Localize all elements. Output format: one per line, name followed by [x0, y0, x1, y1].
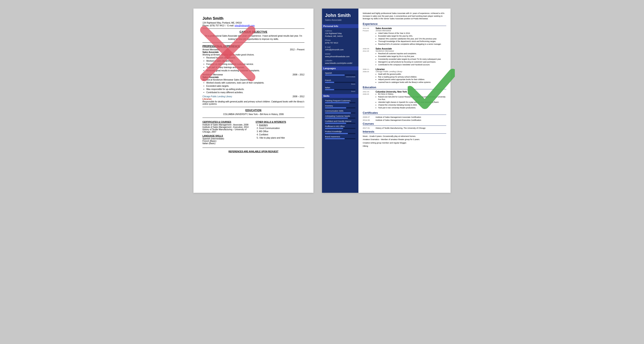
cert-3: History of Textile Manufacturing – Unive… [202, 128, 251, 133]
final-divider [202, 148, 304, 148]
references: REFERENCES ARE AVAILABLE UPON REQUEST [202, 150, 304, 153]
cert-1: Institute of Sales Management - Associat… [202, 124, 251, 126]
skill-brand-awareness: Brand Awareness [325, 136, 356, 139]
lang-2: French (Basic) [202, 140, 251, 142]
interest-1: Music - Grade 8 piano. Occasionally play… [363, 135, 446, 138]
phone-value: (678) 757 9413 [325, 42, 356, 44]
education-title: Education [363, 86, 446, 89]
email-value: John@johnsmith.com [325, 48, 356, 51]
phone-label: Phone [325, 39, 356, 41]
education-text: COLUMBIA UNIVERSITY, New York – BA Hons … [202, 113, 304, 116]
skill-anticipating: Anticipating Customer Needs [325, 115, 356, 119]
skill-confident: Confident and Friendly Manner [325, 120, 356, 124]
experience-title: Experience [363, 22, 446, 26]
career-objective-title: CAREER OBJECTIVE [202, 30, 304, 34]
other-skills-title: OTHER SKILLS & INTERESTS [256, 121, 304, 123]
job-title-2: Sales Associate [202, 76, 304, 78]
skill-communication: Communication Skills [325, 110, 356, 114]
job-dates-3: 2008 – 2012 [292, 95, 304, 98]
email-label: E-mail [325, 46, 356, 48]
linkedin-label: LinkedIn [325, 60, 356, 62]
left-address: 134 Rightward Way, Portland, ME, 04019 [202, 22, 304, 24]
certs-title: CERTIFICATES & COURSES [202, 121, 251, 123]
interest-2: Amateur Dramatics - Member of amateur th… [363, 138, 446, 141]
professional-experience-title: PROFESSIONAL EXPERIENCE [202, 45, 304, 48]
top-divider [202, 28, 304, 29]
skill-tracking: Tracking Frequent Customers [325, 100, 356, 103]
right-resume: John Smith Sales Associate Personal Info… [322, 8, 450, 193]
skill-msoffice: Profficient in MS Office [325, 125, 356, 129]
lang-spanish: Spanish Intermediate [325, 72, 356, 78]
skills-title: Skills [322, 94, 358, 98]
www-label: WWW [325, 53, 356, 55]
career-objective-text: I'm a professional Sales Associate with … [202, 34, 304, 41]
left-email-link[interactable]: john@johnsmith.com [234, 24, 255, 27]
interest-4: Hiking [363, 145, 446, 148]
job-bullets-1: Received honours and awards. Worked in s… [202, 56, 304, 72]
job-subtitle-1: Working at Armani, helping clients make … [202, 54, 304, 56]
cert-2: Institute of Sales Management - Executiv… [202, 126, 251, 128]
exp-entry-3: 2006-11 -2008-04 Librarian Chicago Publi… [363, 68, 446, 84]
interest-3: Creative writing group member and regula… [363, 142, 446, 144]
skill-1: Inventory [259, 124, 304, 126]
lang-title: LANGUAGE SKILLS [202, 135, 251, 137]
right-summary: Motivated and highly professional Sales … [363, 12, 446, 20]
skill-3: MS Office [259, 130, 304, 133]
certs-col: CERTIFICATES & COURSES Institute of Sale… [202, 120, 251, 144]
right-main-content: Motivated and highly professional Sales … [358, 8, 450, 193]
lang-french: French Basic [325, 79, 356, 85]
www-value: www.johnsmithswebsite.com [325, 55, 356, 58]
bottom-divider [202, 118, 304, 118]
skill-2: Good Communication [259, 127, 304, 130]
section-divider [202, 42, 304, 43]
job-subtitle-2: Worked at Nordstrom Menswear Sales Depar… [202, 78, 304, 81]
courses-title: Courses [363, 122, 446, 126]
job-header-3: Chicago Public Lending Library 2008 – 20… [202, 95, 304, 98]
interests-title: Interests [363, 130, 446, 134]
skill-inventory: Inventory [325, 105, 356, 108]
other-skills-list: Inventory Good Communication MS Office C… [256, 124, 304, 140]
job-header-2: Nordstrom Menswear 2008 – 2012 [202, 74, 304, 76]
left-resume: John Smith 134 Rightward Way, Portland, … [194, 8, 314, 193]
job-company-1: Armani Menswear [202, 48, 220, 51]
certificates-title: Certificates [363, 111, 446, 115]
two-col-section: CERTIFICATES & COURSES Institute of Sale… [202, 120, 304, 144]
left-name: John Smith [202, 16, 304, 21]
languages-title: Languages [322, 66, 358, 70]
job-dates-2: 2008 – 2012 [292, 74, 304, 76]
job-company-2: Nordstrom Menswear [202, 74, 223, 76]
job-company-3: Chicago Public Lending Library [202, 95, 232, 98]
job-title-1: Sales Associate [202, 51, 304, 53]
left-phone: Phone: (678) 757 9413 / E-mail: john@joh… [202, 24, 304, 27]
job-title-3: Librarian [202, 98, 304, 100]
course-entry-1: 2017-01 History of Textile Manufacturing… [363, 127, 446, 129]
lang-1: Spanish (Intermediate) [202, 138, 251, 140]
skill-product-knowledge: Product Knowledge [325, 130, 356, 134]
other-skills-col: OTHER SKILLS & INTERESTS Inventory Good … [256, 120, 304, 144]
job-subtitle-3: Responsible for dealing with general pub… [202, 100, 304, 105]
job-header-1: Armani Menswear 2012 – Present [202, 48, 304, 51]
right-job-title: Sales Associate [325, 19, 356, 21]
address-value: 134 Rightward WayPortland, ME, 04019 [325, 32, 356, 38]
exp-entry-2: 2008-06 -2012-05 Sales Associate Nordstr… [363, 48, 446, 66]
address-label: Address [325, 30, 356, 32]
skill-4: Confident [259, 133, 304, 136]
edu-entry-1: 2002-09 -2006-05 Columbia University, Ne… [363, 90, 446, 109]
right-sidebar: John Smith Sales Associate Personal Info… [322, 8, 358, 193]
job-bullets-2: Worked closely with customers, took care… [202, 82, 304, 94]
cert-entry-1: 2008-07 Institute of Sales Management As… [363, 116, 446, 118]
right-name: John Smith [325, 13, 356, 18]
cert-entry-2: 2014-06 Institute of Sales Management Ex… [363, 119, 446, 121]
personal-info-title: Personal Info [322, 24, 358, 28]
lang-3: Italian (Basic) [202, 142, 251, 144]
lang-italian: Italian Basic [325, 86, 356, 92]
skill-5: I like to play piano and hike [259, 136, 304, 140]
job-dates-1: 2012 – Present [290, 48, 304, 51]
linkedin-value: www.linkedin.com/in/john-smith/ [325, 62, 356, 65]
education-title: EDUCATION [202, 109, 304, 112]
exp-entry-1: 2012-06Present Sales Associate Armani Me… [363, 27, 446, 46]
